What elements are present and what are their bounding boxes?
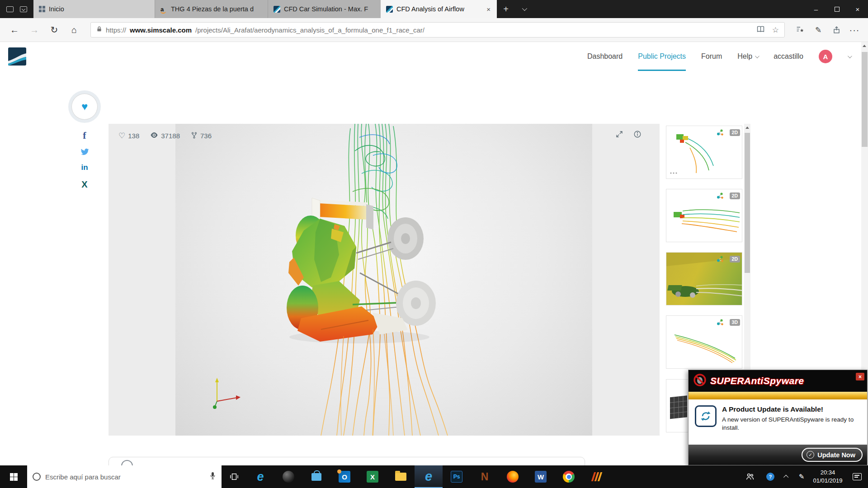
tab-close-icon[interactable]: ×: [486, 5, 491, 13]
start-button[interactable]: [0, 465, 27, 488]
photoshop-icon[interactable]: Ps: [443, 465, 471, 488]
particle-trace-icon: [717, 192, 724, 201]
n-app-icon[interactable]: N: [471, 465, 499, 488]
add-favorite-star-icon[interactable]: ☆: [772, 25, 779, 35]
nav-username[interactable]: accastillo: [774, 42, 803, 71]
new-tab-button[interactable]: +: [497, 0, 515, 18]
result-thumbnail-4[interactable]: 3D: [666, 315, 742, 369]
windows-logo-icon: [10, 473, 18, 481]
internet-explorer-icon[interactable]: e: [246, 465, 274, 488]
task-view-button[interactable]: [222, 465, 246, 488]
back-button[interactable]: ←: [5, 25, 24, 35]
nav-dashboard[interactable]: Dashboard: [587, 42, 623, 71]
screen: Inicio a THG 4 Piezas de la puerta d CFD…: [0, 0, 868, 488]
account-chevron-icon[interactable]: [848, 54, 852, 58]
cfd-3d-viewer[interactable]: ♡ 138 37188 736: [108, 124, 660, 436]
nav-public-projects[interactable]: Public Projects: [638, 42, 686, 71]
clock-time: 20:34: [821, 469, 835, 477]
taskbar-clock[interactable]: 20:34 01/01/2019: [809, 465, 846, 488]
help-tray-icon[interactable]: ?: [761, 465, 779, 488]
simscale-favicon: [274, 6, 280, 13]
excel-icon[interactable]: X: [359, 465, 387, 488]
chevron-down-icon: [755, 54, 760, 58]
popup-body-text: A new version of SUPERAntiSpyware is rea…: [722, 416, 861, 432]
result-thumbnail-1[interactable]: 2D: [666, 126, 742, 179]
project-stats: ♡ 138 37188 736: [118, 131, 212, 141]
simscale-logo[interactable]: [8, 47, 26, 66]
home-button[interactable]: ⌂: [64, 25, 84, 35]
set-tabs-aside-icon[interactable]: [6, 6, 14, 12]
action-center-icon[interactable]: [846, 465, 868, 488]
chrome-icon[interactable]: [555, 465, 583, 488]
tab-inicio[interactable]: Inicio: [33, 0, 155, 18]
tab-label: CFD Car Simulation - Max. F: [284, 5, 375, 13]
superantispyware-popup: SUPERAntiSpyware × A Product Update is A…: [688, 370, 868, 465]
fullscreen-icon[interactable]: [615, 130, 623, 140]
info-icon[interactable]: [633, 130, 642, 140]
scroll-up-arrow[interactable]: [744, 124, 750, 131]
forward-button[interactable]: →: [24, 25, 44, 35]
edge-icon[interactable]: e: [415, 465, 443, 488]
tab-label: Inicio: [49, 5, 149, 13]
file-explorer-icon[interactable]: [387, 465, 415, 488]
microphone-icon[interactable]: [209, 472, 216, 482]
outlook-icon[interactable]: O: [330, 465, 359, 488]
settings-ellipsis-icon[interactable]: ···: [845, 25, 863, 35]
start-page-favicon: [39, 6, 45, 12]
popup-brand: SUPERAntiSpyware: [710, 375, 804, 386]
share-icon[interactable]: [827, 26, 845, 34]
store-app-icon[interactable]: [302, 465, 330, 488]
word-icon[interactable]: W: [527, 465, 555, 488]
xing-share-icon[interactable]: X: [81, 179, 87, 190]
cfd-render: [108, 124, 660, 436]
reading-view-icon[interactable]: [756, 25, 765, 34]
thumbnail-badge: 3D: [730, 319, 740, 326]
tab-cfd-car-simulation[interactable]: CFD Car Simulation - Max. F: [268, 0, 381, 18]
close-button[interactable]: ×: [847, 0, 868, 18]
firefox-icon[interactable]: [499, 465, 527, 488]
popup-close-button[interactable]: ×: [856, 373, 864, 380]
particle-trace-icon: [717, 319, 724, 328]
copies-stat: 736: [191, 131, 212, 141]
favorites-hub-icon[interactable]: [791, 26, 809, 34]
facebook-share-icon[interactable]: f: [83, 130, 86, 141]
tab-list-dropdown[interactable]: [515, 0, 533, 18]
tab-cfd-analysis-active[interactable]: CFD Analysis of Airflow ×: [381, 0, 497, 18]
tab-amazon[interactable]: a THG 4 Piezas de la puerta d: [155, 0, 268, 18]
update-now-button[interactable]: ✓ Update Now: [802, 448, 863, 462]
particle-trace-icon: [717, 255, 724, 264]
scrollbar-thumb[interactable]: [745, 133, 750, 273]
user-avatar[interactable]: A: [819, 50, 832, 63]
no-spyware-icon: [693, 373, 707, 389]
comment-avatar: [121, 460, 133, 465]
result-thumbnail-3-selected[interactable]: 2D: [666, 252, 742, 305]
tab-preview-icon[interactable]: [20, 6, 27, 12]
minimize-button[interactable]: –: [806, 0, 826, 18]
linkedin-share-icon[interactable]: in: [81, 163, 88, 172]
nav-forum[interactable]: Forum: [701, 42, 722, 71]
lock-icon: [96, 26, 102, 34]
dark-sphere-app-icon[interactable]: [274, 465, 302, 488]
people-icon[interactable]: [739, 465, 761, 488]
stripes-app-icon[interactable]: [583, 465, 611, 488]
fork-icon: [191, 131, 198, 141]
result-thumbnail-2[interactable]: 2D: [666, 189, 742, 242]
pen-tray-icon[interactable]: ✎: [794, 465, 809, 488]
browser-address-bar: ← → ↻ ⌂ https://www.simscale.com/project…: [0, 18, 868, 42]
url-field[interactable]: https://www.simscale.com/projects/Ali_Ar…: [90, 22, 785, 38]
tab-label: THG 4 Piezas de la puerta d: [171, 5, 262, 13]
nav-help[interactable]: Help: [737, 42, 758, 71]
scrollbar-thumb[interactable]: [862, 52, 868, 147]
annotate-pen-icon[interactable]: ✎: [809, 25, 827, 35]
clock-date: 01/01/2019: [813, 477, 842, 485]
tray-chevron-up-icon[interactable]: [779, 465, 794, 488]
maximize-button[interactable]: [826, 0, 847, 18]
refresh-button[interactable]: ↻: [44, 24, 64, 35]
taskbar-search-box[interactable]: Escribe aquí para buscar: [27, 465, 222, 488]
thumbnail-badge: 2D: [730, 129, 740, 136]
eye-icon: [150, 132, 158, 140]
like-heart-button[interactable]: ♥: [72, 94, 97, 119]
scroll-up-arrow[interactable]: [861, 42, 868, 49]
twitter-share-icon[interactable]: [80, 148, 90, 158]
windows-taskbar: Escribe aquí para buscar e O X e Ps N W: [0, 465, 868, 488]
